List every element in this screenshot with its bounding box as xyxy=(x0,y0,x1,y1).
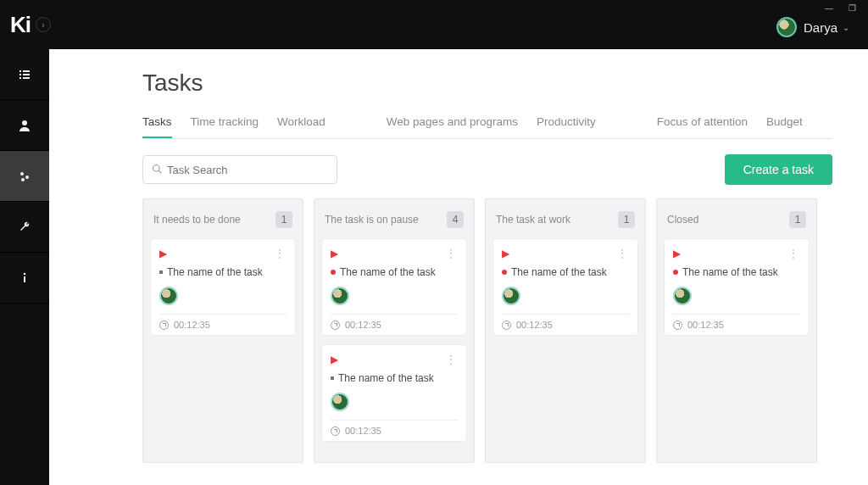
play-icon[interactable]: ▶ xyxy=(331,354,338,365)
task-time: 00:12:35 xyxy=(345,426,381,436)
column-title: It needs to be done xyxy=(153,214,241,226)
column-title: The task at work xyxy=(496,214,570,226)
svg-rect-3 xyxy=(23,74,30,75)
play-icon[interactable]: ▶ xyxy=(502,248,509,259)
sidebar-item-user[interactable] xyxy=(0,100,49,151)
page-title: Tasks xyxy=(142,70,832,97)
assignee-avatar-icon xyxy=(673,287,692,305)
kanban-board: It needs to be done 1 ▶ ⋮ The name of th… xyxy=(142,198,832,463)
clock-icon xyxy=(159,321,169,330)
tab-workload[interactable]: Workload xyxy=(277,115,326,138)
task-name: The name of the task xyxy=(511,266,607,278)
assignee-avatar-icon xyxy=(331,287,349,305)
column-title: The task is on pause xyxy=(325,214,419,226)
clock-icon xyxy=(331,426,340,436)
task-time: 00:12:35 xyxy=(516,320,553,330)
task-card[interactable]: ▶ ⋮ The name of the task 00:12:35 xyxy=(321,344,467,442)
play-icon[interactable]: ▶ xyxy=(331,248,338,259)
task-name: The name of the task xyxy=(338,372,434,384)
svg-point-6 xyxy=(22,120,27,125)
svg-rect-0 xyxy=(19,70,21,72)
create-task-button[interactable]: Create a task xyxy=(725,154,832,185)
status-dot-icon xyxy=(331,270,336,275)
user-icon xyxy=(18,119,31,132)
tab-time-tracking[interactable]: Time tracking xyxy=(191,115,259,138)
list-icon xyxy=(18,68,31,81)
assignee-avatar-icon xyxy=(159,287,178,305)
app-root: Ki › — ❐ Darya ⌄ xyxy=(0,0,868,485)
svg-rect-5 xyxy=(23,77,30,79)
info-icon xyxy=(18,271,31,285)
task-name: The name of the task xyxy=(340,266,436,278)
user-avatar-icon xyxy=(776,17,797,37)
column-count-badge: 1 xyxy=(618,211,635,228)
minimize-button[interactable]: — xyxy=(825,3,833,13)
task-card[interactable]: ▶ ⋮ The name of the task 00:12:35 xyxy=(321,238,467,336)
assignee-avatar-icon xyxy=(331,393,349,411)
tab-focus[interactable]: Focus of attention xyxy=(657,115,748,138)
svg-line-13 xyxy=(159,170,161,173)
svg-point-7 xyxy=(20,172,24,176)
svg-rect-4 xyxy=(19,77,21,79)
chevron-right-icon[interactable]: › xyxy=(36,17,51,32)
column-count-badge: 1 xyxy=(789,211,806,228)
svg-rect-2 xyxy=(19,74,21,75)
play-icon[interactable]: ▶ xyxy=(159,248,167,259)
search-input[interactable] xyxy=(167,164,328,176)
column-header: Closed 1 xyxy=(667,211,806,228)
app-logo: Ki xyxy=(10,12,31,38)
user-name: Darya xyxy=(804,20,837,35)
status-dot-icon xyxy=(673,270,678,275)
task-time: 00:12:35 xyxy=(345,320,381,330)
task-time: 00:12:35 xyxy=(174,320,210,330)
sidebar-item-info[interactable] xyxy=(0,253,49,304)
more-icon[interactable]: ⋮ xyxy=(445,356,458,363)
column-in-progress: The task at work 1 ▶ ⋮ The name of the t… xyxy=(485,198,646,463)
sidebar-item-list[interactable] xyxy=(0,49,49,100)
task-name: The name of the task xyxy=(167,266,263,278)
svg-point-12 xyxy=(153,164,160,171)
more-icon[interactable]: ⋮ xyxy=(274,250,287,257)
svg-rect-11 xyxy=(24,276,25,282)
tab-tasks[interactable]: Tasks xyxy=(142,115,172,138)
column-header: It needs to be done 1 xyxy=(153,211,292,228)
svg-point-8 xyxy=(25,176,29,179)
window-controls: — ❐ xyxy=(825,3,856,13)
tab-budget[interactable]: Budget xyxy=(766,115,803,138)
task-card[interactable]: ▶ ⋮ The name of the task 00:12:35 xyxy=(492,238,638,336)
sidebar-item-settings[interactable] xyxy=(0,151,49,202)
tab-web-pages[interactable]: Web pages and programs xyxy=(387,115,518,138)
more-icon[interactable]: ⋮ xyxy=(445,250,458,257)
clock-icon xyxy=(331,321,340,330)
column-paused: The task is on pause 4 ▶ ⋮ The name of t… xyxy=(314,198,475,463)
task-card[interactable]: ▶ ⋮ The name of the task 00:12:35 xyxy=(664,238,810,336)
status-dot-icon xyxy=(502,270,507,275)
clock-icon xyxy=(502,321,511,330)
more-icon[interactable]: ⋮ xyxy=(787,250,800,257)
task-name: The name of the task xyxy=(682,266,778,278)
main-content: Tasks Tasks Time tracking Workload Web p… xyxy=(49,49,868,485)
clock-icon xyxy=(673,321,682,330)
column-count-badge: 4 xyxy=(447,211,464,228)
column-todo: It needs to be done 1 ▶ ⋮ The name of th… xyxy=(142,198,303,463)
assignee-avatar-icon xyxy=(502,287,520,305)
search-icon xyxy=(152,164,162,176)
status-dot-icon xyxy=(331,376,334,380)
more-icon[interactable]: ⋮ xyxy=(616,250,629,257)
search-box[interactable] xyxy=(142,155,337,184)
user-menu[interactable]: Darya ⌄ xyxy=(776,17,849,37)
task-time: 00:12:35 xyxy=(687,320,724,330)
svg-point-10 xyxy=(24,272,26,275)
top-bar: Ki › — ❐ Darya ⌄ xyxy=(0,0,868,49)
logo-area: Ki › xyxy=(10,12,51,38)
play-icon[interactable]: ▶ xyxy=(673,248,681,259)
column-closed: Closed 1 ▶ ⋮ The name of the task xyxy=(656,198,817,463)
maximize-button[interactable]: ❐ xyxy=(849,3,856,13)
svg-point-9 xyxy=(21,178,25,181)
tabs: Tasks Time tracking Workload Web pages a… xyxy=(142,115,832,139)
task-card[interactable]: ▶ ⋮ The name of the task 00:12:35 xyxy=(150,238,296,336)
body: Tasks Tasks Time tracking Workload Web p… xyxy=(0,49,868,485)
tab-productivity[interactable]: Productivity xyxy=(537,115,596,138)
sidebar-item-tools[interactable] xyxy=(0,202,49,253)
column-header: The task at work 1 xyxy=(496,211,635,228)
